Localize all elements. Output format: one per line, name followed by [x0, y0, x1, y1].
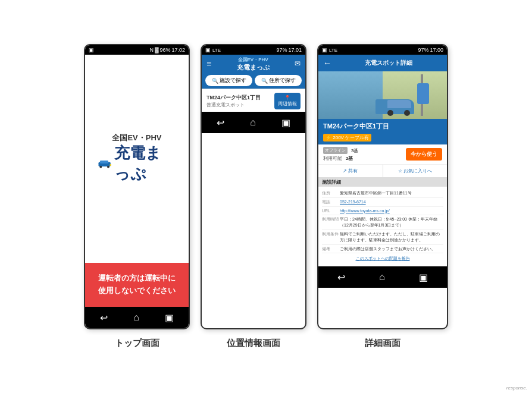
home-icon3[interactable]: ⌂ [379, 272, 385, 282]
recents-icon2[interactable]: ▣ [281, 117, 290, 128]
available-label: 利用可能 [323, 155, 342, 162]
car-top [387, 100, 411, 108]
phone2-bottom-nav[interactable]: ↩ ⌂ ▣ [202, 112, 305, 133]
notes-value: ご利用の際は店舗スタッフまでお声かけください。 [340, 246, 443, 252]
mail-icon[interactable]: ✉ [295, 59, 301, 68]
sim3-icon: ▣ [322, 47, 327, 53]
logo-subtitle: 全国EV・PHV [112, 133, 161, 143]
hours-row: 利用時間 平日：24時間、休祝日：9:45~23:00 休業：年末年始（12月2… [322, 215, 443, 230]
svg-rect-1 [100, 161, 108, 164]
available-count: 2基 [346, 155, 353, 162]
svg-point-3 [107, 166, 109, 168]
time3-text: 17:00 [430, 47, 443, 53]
header-logo: 全国EV・PHV 充電まっぷ [237, 55, 270, 72]
star-icon: ☆ [398, 168, 402, 174]
photo-sky [318, 71, 383, 119]
phone1-status-bar: ▣ N ▓ 96% 17:02 [85, 45, 189, 55]
offline-row: オフライン 3基 [323, 147, 358, 154]
phone-value[interactable]: 052-219-6714 [340, 199, 443, 205]
phone3-bottom-nav[interactable]: ↩ ⌂ ▣ [318, 266, 447, 288]
hours-value: 平日：24時間、休祝日：9:45~23:00 休業：年末年始（12月29日から翌… [340, 216, 443, 228]
recents-icon3[interactable]: ▣ [419, 272, 428, 283]
time2-text: 17:01 [288, 47, 302, 53]
time-text: 17:02 [171, 47, 185, 53]
watermark: response. [506, 385, 527, 391]
battery2-text: 97% [276, 47, 287, 53]
detail-status-row: オフライン 3基 利用可能 2基 今から使う [318, 144, 447, 165]
detail-photo [318, 71, 447, 119]
offline-label: オフライン [323, 147, 348, 154]
search-icon-2: 🔍 [261, 78, 268, 84]
conditions-value: 無料でご利用いただけます。ただし、駐車場ご利用の方に限ります。駐車料金は別途かか… [340, 231, 443, 243]
phone3-status-bar: ▣ LTE 97% 17:00 [318, 45, 447, 55]
location-icon: 📍 [284, 95, 290, 100]
nearby-button[interactable]: 📍 周辺情報 [274, 93, 301, 109]
use-now-button[interactable]: 今から使う [406, 148, 442, 161]
main-container: ▣ N ▓ 96% 17:02 全国EV・PHV [0, 32, 532, 361]
address-value: 愛知県名古屋市中区錦一丁目11番11号 [340, 190, 443, 196]
status-left3: ▣ LTE [322, 47, 337, 53]
facility-section-header: 施設詳細 [318, 178, 447, 187]
phone3-column: ▣ LTE 97% 17:00 ← 充電スポット詳細 [317, 44, 448, 349]
status-left2: ▣ LTE [205, 47, 221, 53]
favorite-button[interactable]: ☆ お気に入りへ [383, 165, 447, 177]
phone1-column: ▣ N ▓ 96% 17:02 全国EV・PHV [84, 44, 190, 349]
status-right: N ▓ 96% 17:02 [149, 47, 185, 53]
back-icon3[interactable]: ↩ [337, 272, 345, 283]
phone-row: 電話 052-219-6714 [322, 198, 443, 207]
phone2-caption: 位置情報画面 [227, 338, 280, 349]
conditions-label: 利用条件 [322, 231, 340, 243]
search-buttons-row: 🔍 施設で探す 🔍 住所で探す [202, 73, 305, 89]
action-buttons-row: ↗ 共有 ☆ お気に入りへ [318, 165, 447, 178]
status-left: ▣ [89, 47, 94, 53]
phone2-status-bar: ▣ LTE 97% 17:01 [202, 45, 305, 55]
search-facility-btn[interactable]: 🔍 施設で探す [205, 75, 252, 86]
notes-row: 備考 ご利用の際は店舗スタッフまでお声かけください。 [322, 245, 443, 254]
sim2-icon: ▣ [205, 47, 211, 53]
search-address-btn[interactable]: 🔍 住所で探す [255, 75, 302, 86]
url-label: URL [322, 208, 340, 214]
spot-info: TM24パーク中区1丁目 普通充電スポット [206, 94, 261, 108]
signal-icon: ▓ [155, 47, 159, 53]
status-info: オフライン 3基 利用可能 2基 [323, 147, 358, 162]
detail-name-bar: TM24パーク中区1丁目 ⚡ 200V ケーブル有 [318, 119, 447, 144]
home-icon[interactable]: ⌂ [133, 312, 139, 323]
share-button[interactable]: ↗ 共有 [318, 165, 383, 177]
phone2-frame: ▣ LTE 97% 17:01 ≡ 全国EV・PHV 充電まっぷ ✉ 🔍 [201, 44, 306, 329]
share-icon: ↗ [343, 168, 347, 174]
phone-label: 電話 [322, 199, 340, 205]
phone2-column: ▣ LTE 97% 17:01 ≡ 全国EV・PHV 充電まっぷ ✉ 🔍 [201, 44, 306, 349]
facility-name: TM24パーク中区1丁目 [323, 122, 442, 131]
back-icon[interactable]: ↩ [100, 312, 108, 323]
logo-main-text: 充電まっぷ [97, 143, 177, 184]
voltage-badge: ⚡ 200V ケーブル有 [323, 134, 371, 142]
hours-label: 利用時間 [322, 216, 340, 228]
phone1-frame: ▣ N ▓ 96% 17:02 全国EV・PHV [84, 44, 190, 329]
phone1-bottom-nav[interactable]: ↩ ⌂ ▣ [85, 307, 189, 328]
address-label: 住所 [322, 190, 340, 196]
logo-area: 全国EV・PHV 充電まっぷ [85, 55, 189, 263]
url-value[interactable]: http://www.toyota-ms.co.jp/ [340, 208, 443, 214]
back-arrow-icon[interactable]: ← [323, 58, 331, 68]
available-row: 利用可能 2基 [323, 155, 358, 162]
nfc-icon: N [149, 47, 154, 53]
report-link[interactable]: このスポットへの問題を報告 [322, 253, 443, 264]
battery-text: 96% [159, 47, 170, 53]
phone2-header: ≡ 全国EV・PHV 充電まっぷ ✉ [202, 55, 305, 73]
offline-count: 3基 [351, 147, 358, 154]
svg-point-2 [99, 166, 102, 168]
lte-icon: LTE [212, 48, 221, 53]
conditions-row: 利用条件 無料でご利用いただけます。ただし、駐車場ご利用の方に限ります。駐車料金… [322, 230, 443, 245]
back-icon2[interactable]: ↩ [217, 117, 224, 128]
url-row: URL http://www.toyota-ms.co.jp/ [322, 207, 443, 216]
car-wheel2 [387, 110, 393, 116]
menu-icon[interactable]: ≡ [206, 59, 211, 68]
home-icon2[interactable]: ⌂ [250, 117, 256, 128]
status-right3: 97% 17:00 [418, 47, 443, 53]
phone3-header: ← 充電スポット詳細 [318, 55, 447, 71]
search-icon-1: 🔍 [212, 78, 218, 84]
charging-unit [417, 83, 429, 104]
phone1-body: 全国EV・PHV 充電まっぷ 運転者の方は運転中に [85, 55, 189, 328]
recents-icon[interactable]: ▣ [165, 312, 174, 323]
facility-info-table: 住所 愛知県名古屋市中区錦一丁目11番11号 電話 052-219-6714 U… [318, 187, 447, 266]
